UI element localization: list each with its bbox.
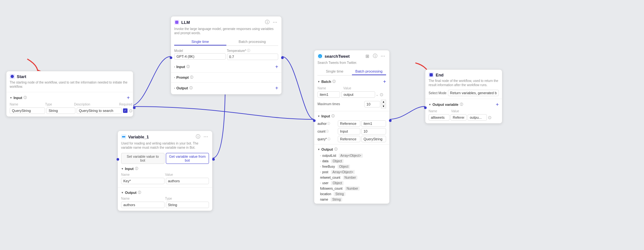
batch-max-input[interactable]: [364, 101, 380, 107]
batch-add-btn[interactable]: +: [383, 79, 386, 85]
search-input-section[interactable]: ▼ Input ⓘ: [314, 113, 389, 120]
start-delete-btn[interactable]: ⊙: [129, 108, 133, 113]
variable-get-btn[interactable]: Get variable value from bot: [166, 153, 209, 164]
count-label: count: [317, 130, 325, 133]
batch-value-col: Value: [343, 86, 380, 90]
search-author-row: author ⓘ Reference item1: [314, 120, 389, 127]
llm-input-section[interactable]: › Input ⓘ +: [171, 63, 281, 71]
variable-info-btn[interactable]: ⓘ: [195, 134, 201, 140]
llm-add-output[interactable]: +: [275, 85, 278, 91]
llm-tab-batch[interactable]: Batch processing: [226, 38, 279, 45]
output-name: name String: [314, 197, 389, 204]
variable-more-btn[interactable]: ⋯: [203, 134, 209, 140]
variable-input-label: Input: [125, 167, 134, 171]
svg-point-2: [11, 75, 14, 78]
end-out-type-select[interactable]: Reference: [450, 114, 467, 121]
end-select-mode-select[interactable]: Return variables, generated by the ...: [448, 90, 499, 96]
count-value-input[interactable]: [361, 128, 386, 135]
author-value-select[interactable]: item1: [361, 120, 386, 127]
llm-input-dot[interactable]: [170, 56, 172, 59]
llm-temp-info: ⓘ: [247, 48, 250, 53]
end-out-value-select[interactable]: outpu...: [468, 114, 487, 121]
count-type-select[interactable]: Input: [338, 128, 360, 135]
query-info: ⓘ: [327, 137, 330, 141]
search-tweet-icon: t: [317, 54, 323, 59]
batch-header: Name Value: [314, 86, 389, 91]
variable-key-input[interactable]: [121, 178, 165, 184]
search-tweet-info-btn[interactable]: ⓘ: [372, 53, 378, 59]
search-output-section[interactable]: ▼ Output ⓘ: [314, 146, 389, 153]
author-type-select[interactable]: Reference: [338, 120, 360, 127]
variable-output-dot[interactable]: [212, 158, 215, 161]
llm-more-btn[interactable]: ⋯: [272, 19, 278, 25]
llm-add-input[interactable]: +: [275, 64, 278, 70]
search-tweet-more-btn[interactable]: ⋯: [380, 53, 386, 59]
end-out-delete[interactable]: ⊙: [488, 115, 494, 120]
variable-icon: [121, 134, 126, 139]
start-input-section[interactable]: ▼ Input ⓘ +: [6, 94, 133, 102]
end-output-variable-section[interactable]: ▼ Output variable ⓘ +: [425, 100, 502, 109]
start-desc: The starting node of the workflow, used …: [6, 80, 133, 91]
end-out-name[interactable]: [429, 114, 450, 121]
var-out-type-col: Type: [165, 197, 209, 200]
variable-out-name[interactable]: [121, 202, 165, 208]
batch-max-row: Maximum times ▲ ▼: [314, 99, 389, 110]
query-type-select[interactable]: Reference: [338, 136, 360, 142]
search-input-chevron: ▼: [317, 115, 320, 118]
author-info: ⓘ: [327, 122, 330, 126]
start-output-dot[interactable]: [133, 106, 136, 109]
start-type-select[interactable]: String: [46, 107, 75, 114]
llm-info-btn[interactable]: ⓘ: [264, 19, 270, 25]
batch-value-select[interactable]: output: [341, 91, 375, 98]
end-input-dot[interactable]: [424, 106, 427, 109]
end-output-header: Name Value: [425, 109, 502, 114]
end-select-mode-row: Select Mode Return variables, generated …: [425, 89, 502, 97]
batch-max-down[interactable]: ▼: [381, 104, 386, 108]
search-tweet-tab-batch[interactable]: Batch processing: [352, 68, 386, 75]
search-output-info: ⓘ: [334, 147, 337, 152]
count-info: ⓘ: [326, 129, 329, 134]
variable-input-chevron: ▼: [121, 167, 124, 170]
start-desc-input[interactable]: [77, 107, 122, 114]
variable-output-section[interactable]: ▼ Output ⓘ: [118, 189, 212, 196]
start-required-checkbox[interactable]: ✓: [123, 108, 128, 113]
output-outputList: › outputList Array<Object>: [314, 153, 389, 158]
start-table-header: Name Type Description Required: [6, 102, 133, 107]
batch-name-input[interactable]: [317, 91, 340, 98]
search-tweet-link-btn[interactable]: ⊞: [364, 53, 371, 59]
batch-name-col: Name: [317, 86, 343, 90]
svg-rect-4: [122, 136, 125, 137]
query-value-select[interactable]: QueryString: [361, 136, 386, 142]
batch-section[interactable]: ▼ Batch ⓘ +: [314, 77, 389, 86]
batch-max-up[interactable]: ▲: [381, 100, 386, 104]
start-add-input[interactable]: +: [127, 95, 130, 101]
search-tweet-output-dot[interactable]: [389, 119, 392, 122]
variable-set-btn[interactable]: Set variable value to bot: [121, 153, 165, 164]
variable-out-type[interactable]: [166, 202, 209, 208]
llm-tab-single[interactable]: Single time: [174, 38, 226, 45]
search-count-row: count ⓘ Input: [314, 127, 389, 135]
llm-output-section[interactable]: › Output ⓘ +: [171, 84, 281, 92]
llm-output-dot[interactable]: [281, 56, 284, 59]
llm-input-label: Input: [176, 65, 185, 69]
search-tweet-input-dot[interactable]: [313, 119, 316, 122]
batch-delete-btn[interactable]: ⊙: [380, 92, 386, 97]
var-out-name-col: Name: [121, 197, 165, 200]
variable-key-value-input[interactable]: [166, 178, 209, 184]
llm-temp-label: Temperature*: [227, 49, 246, 53]
variable-input-section[interactable]: ▼ Input ⓘ: [118, 165, 212, 172]
search-tweet-tab-single[interactable]: Single time: [317, 68, 352, 75]
search-output-label: Output: [321, 147, 333, 151]
end-add-output[interactable]: +: [496, 102, 499, 107]
output-retweet-count: retweet_count Number: [314, 175, 389, 180]
llm-temp-input[interactable]: [227, 54, 279, 60]
output-followers: followers_count Number: [314, 186, 389, 191]
end-icon: [429, 72, 434, 77]
llm-model-select[interactable]: GPT-4 (8K): [174, 53, 226, 60]
output-data: › data Object: [314, 158, 389, 164]
variable-input-dot[interactable]: [117, 158, 119, 161]
llm-title: LLM: [181, 20, 262, 25]
start-name-input[interactable]: [10, 107, 45, 114]
llm-icon: [174, 20, 179, 25]
llm-prompt-section[interactable]: › Prompt ⓘ: [171, 74, 281, 81]
